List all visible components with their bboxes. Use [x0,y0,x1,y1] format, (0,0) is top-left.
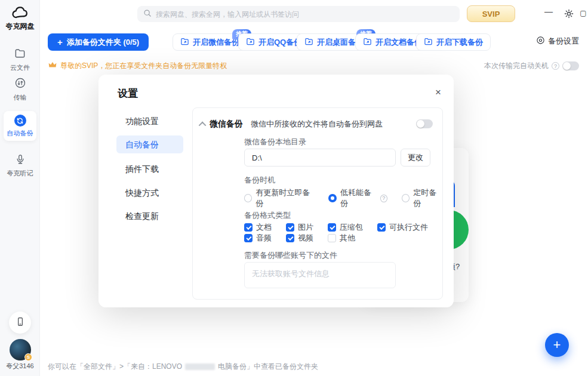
minimize-button[interactable]: — [542,5,555,18]
auto-shutdown-label: 本次传输完自动关机 [484,61,549,71]
search-input[interactable] [156,10,454,19]
checkbox-icon [244,234,253,242]
format-options-row1: 文档 图片 压缩包 可执行文件 [244,222,428,233]
dialog-close-icon[interactable]: × [431,85,445,100]
section-description: 微信中所接收的文件将自动备份到网盘 [251,119,383,130]
checkbox-video[interactable]: 视频 [286,233,313,244]
checkbox-icon [328,234,336,242]
folder-arrow-icon [304,37,313,48]
sidebar-item-label: 自动备份 [4,129,36,138]
accounts-input[interactable] [244,262,396,288]
phone-icon [16,317,25,329]
radio-icon [244,194,252,202]
cloud-logo-icon [0,5,40,20]
radio-low-power-backup[interactable]: 低耗能备份 ? [328,187,387,209]
checkbox-archives[interactable]: 压缩包 [328,222,363,233]
transfer-icon [14,76,27,90]
format-label: 备份格式类型 [244,210,291,221]
dialog-menu-shortcuts[interactable]: 快捷方式 [116,184,183,202]
wechat-backup-panel: 微信备份 微信中所接收的文件将自动备份到网盘 微信备份本地目录 更改 备份时机 … [192,107,443,300]
svip-badge: S [24,353,32,361]
folder-arrow-icon [246,37,255,48]
statusbar: 你可以在「全部文件」>「来自：LENOVO 电脑备份」中查看已备份文件夹 [48,362,318,372]
collapse-icon[interactable] [199,121,207,129]
auto-backup-icon [14,115,26,127]
folder-arrow-icon [180,37,189,48]
wechat-backup-toggle[interactable] [416,119,433,128]
backup-dir-input[interactable] [244,149,396,167]
folder-icon [14,47,27,60]
section-title: 微信备份 [210,119,243,130]
toggle-knob [563,62,571,70]
auto-shutdown-toggle[interactable] [562,61,579,70]
info-icon[interactable]: ? [380,195,387,202]
redacted-text [185,363,215,370]
wechat-backup-header: 微信备份 微信中所接收的文件将自动备份到网盘 [199,119,383,130]
backup-settings-button[interactable]: 备份设置 [536,36,579,47]
add-backup-folder-button[interactable]: + 添加备份文件夹 (0/5) [48,33,149,51]
radio-backup-on-update[interactable]: 有更新时立即备份 [244,187,314,209]
toggle-knob [417,120,424,128]
app-logo: 夸克网盘 [0,5,40,32]
device-button[interactable] [9,312,31,334]
crown-icon [48,61,57,70]
dialog-menu-check-update[interactable]: 检查更新 [116,207,183,225]
timing-label: 备份时机 [244,175,275,186]
checkbox-icon [286,223,294,232]
sidebar-item-auto-backup[interactable]: 自动备份 [4,111,36,141]
statusbar-suffix: 电脑备份」中查看已备份文件夹 [218,362,318,372]
settings-dialog: 设置 × 功能设置 自动备份 插件下载 快捷方式 检查更新 微信备份 微信中所接… [98,75,454,307]
sidebar: 夸克网盘 云文件 传输 自动备份 夸克听记 [0,0,40,376]
checkbox-icon [286,234,294,242]
folder-arrow-icon [363,37,372,48]
dialog-title: 设置 [118,87,138,100]
radio-selected-icon [328,194,337,202]
checkbox-icon [377,223,386,232]
svip-notice: 尊敬的SVIP，您正在享受文件夹自动备份无限量特权 [48,61,227,71]
checkbox-images[interactable]: 图片 [286,222,313,233]
dialog-menu-auto-backup[interactable]: 自动备份 [116,135,183,153]
enable-download-backup-button[interactable]: 开启下载备份 [416,33,491,51]
folder-arrow-icon [424,37,433,48]
checkbox-icon [244,223,253,232]
radio-scheduled-backup[interactable]: 定时备份 [402,187,442,209]
topbar: SVIP — ▢ × [40,0,588,27]
sidebar-item-quark-notes[interactable]: 夸克听记 [4,149,36,181]
sidebar-item-label: 夸克听记 [4,169,36,178]
checkbox-icon [328,223,336,232]
sidebar-item-transfer[interactable]: 传输 [4,73,36,105]
radio-icon [402,194,410,202]
format-options-row2: 音频 视频 其他 [244,233,355,244]
search-icon [143,9,152,20]
checkbox-audio[interactable]: 音频 [244,233,272,244]
timing-options: 有更新时立即备份 低耗能备份 ? 定时备份 [244,187,442,209]
app-name: 夸克网盘 [0,21,40,32]
plus-icon: + [57,37,63,47]
auto-shutdown-control: 本次传输完自动关机 ? [484,61,579,71]
microphone-icon [14,153,27,166]
app-window: 夸克网盘 云文件 传输 自动备份 夸克听记 [0,0,588,376]
sidebar-item-label: 云文件 [4,63,36,72]
svip-button[interactable]: SVIP [467,5,515,22]
dialog-menu-plugin-download[interactable]: 插件下载 [116,160,183,178]
dialog-menu-function-settings[interactable]: 功能设置 [116,112,183,130]
checkbox-documents[interactable]: 文档 [244,222,272,233]
sidebar-item-label: 传输 [4,93,36,102]
sidebar-item-cloud-files[interactable]: 云文件 [4,43,36,75]
add-fab-button[interactable]: + [545,333,569,357]
gear-icon [536,36,545,47]
change-dir-button[interactable]: 更改 [401,149,430,167]
checkbox-other[interactable]: 其他 [328,233,355,244]
info-icon[interactable]: ? [552,62,559,70]
notice-row: 尊敬的SVIP，您正在享受文件夹自动备份无限量特权 本次传输完自动关机 ? [40,60,588,73]
settings-gear-icon[interactable] [563,8,575,20]
statusbar-prefix: 你可以在「全部文件」>「来自：LENOVO [48,362,182,372]
username: 夸父3146 [0,362,40,371]
accounts-label: 需要备份哪些账号下的文件 [244,250,337,261]
maximize-button[interactable]: ▢ [577,7,588,20]
search-bar[interactable] [137,6,460,22]
enable-wechat-backup-button[interactable]: 开启微信备份 推荐 [173,33,247,51]
avatar[interactable]: S [10,339,31,360]
dir-label: 微信备份本地目录 [244,137,306,147]
checkbox-executables[interactable]: 可执行文件 [377,222,428,233]
